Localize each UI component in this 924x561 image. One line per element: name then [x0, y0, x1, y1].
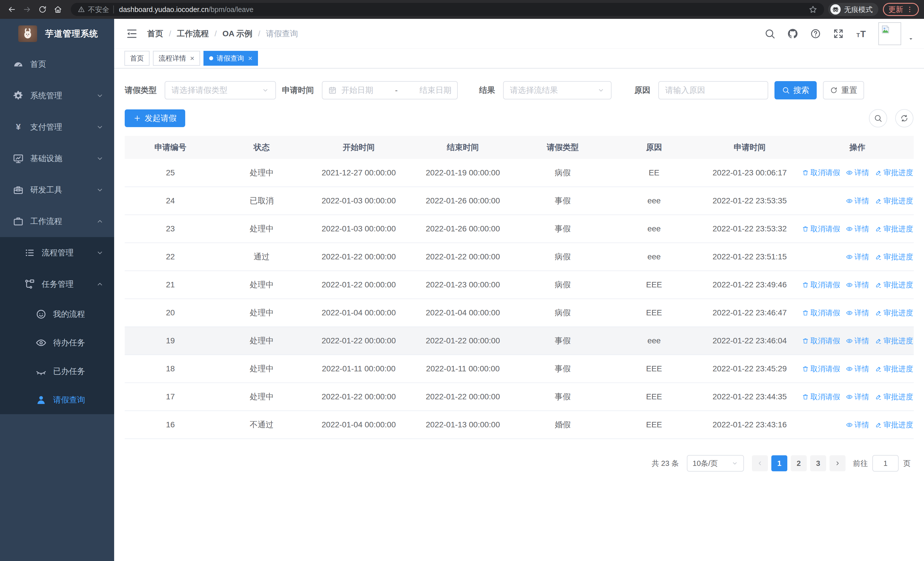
action-approval-progress[interactable]: 审批进度 — [875, 252, 913, 262]
cell-reason: EEE — [610, 299, 698, 327]
top-navbar: 首页/工作流程/OA 示例/请假查询 TT — [114, 19, 924, 48]
page-size-select[interactable]: 10条/页 — [687, 455, 744, 472]
action-approval-progress[interactable]: 审批进度 — [875, 336, 913, 346]
sidebar-item-leave-query[interactable]: 请假查询 — [0, 386, 114, 414]
reset-button[interactable]: 重置 — [823, 81, 864, 99]
tab-home[interactable]: 首页 — [124, 51, 150, 66]
sidebar-item-infrastructure[interactable]: 基础设施 — [0, 143, 114, 174]
not-secure-icon[interactable] — [78, 6, 85, 13]
action-detail[interactable]: 详情 — [846, 308, 869, 318]
sidebar-item-process-management[interactable]: 流程管理 — [0, 237, 114, 269]
cell-end-time: 2022-01-22 00:00:00 — [410, 243, 516, 271]
reload-icon[interactable] — [36, 3, 49, 16]
not-secure-label: 不安全 — [88, 5, 109, 14]
action-detail[interactable]: 详情 — [846, 336, 869, 346]
action-cancel-leave[interactable]: 取消请假 — [802, 280, 840, 290]
sidebar-item-dev-tools[interactable]: 研发工具 — [0, 174, 114, 206]
tab-process-detail[interactable]: 流程详情× — [153, 51, 200, 66]
action-approval-progress[interactable]: 审批进度 — [875, 224, 913, 234]
cell-reason: EEE — [610, 411, 698, 439]
font-size-icon[interactable]: TT — [855, 28, 867, 39]
refresh-table-button[interactable] — [895, 109, 914, 127]
forward-icon[interactable] — [21, 3, 34, 16]
collapse-sidebar-icon[interactable] — [126, 27, 138, 40]
action-cancel-leave[interactable]: 取消请假 — [802, 168, 840, 177]
app-logo-row[interactable]: 芋道管理系统 — [0, 19, 114, 48]
sidebar-item-done-tasks[interactable]: 已办任务 — [0, 357, 114, 386]
eye-icon — [846, 197, 853, 205]
action-cancel-leave[interactable]: 取消请假 — [802, 392, 840, 402]
search-icon[interactable] — [764, 28, 776, 39]
action-approval-progress[interactable]: 审批进度 — [875, 280, 913, 290]
url-host: dashboard.yudao.iocoder.cn — [119, 5, 208, 14]
action-detail[interactable]: 详情 — [846, 364, 869, 374]
search-icon — [782, 86, 790, 94]
action-detail[interactable]: 详情 — [846, 392, 869, 402]
search-button[interactable]: 搜索 — [774, 81, 817, 99]
cell-status: 处理中 — [216, 271, 308, 299]
pagination-page-3[interactable]: 3 — [810, 455, 826, 471]
action-approval-progress[interactable]: 审批进度 — [875, 420, 913, 430]
show-search-button[interactable] — [869, 109, 887, 127]
goto-page-input[interactable] — [872, 455, 898, 472]
pen-icon — [875, 197, 882, 205]
action-approval-progress[interactable]: 审批进度 — [875, 364, 913, 374]
action-detail[interactable]: 详情 — [846, 420, 869, 430]
close-icon[interactable]: × — [248, 54, 252, 62]
action-cancel-leave[interactable]: 取消请假 — [802, 364, 840, 374]
breadcrumb-item[interactable]: 工作流程 — [177, 28, 209, 39]
action-detail[interactable]: 详情 — [846, 224, 869, 234]
bookmark-star-icon[interactable] — [809, 5, 817, 14]
github-icon[interactable] — [787, 28, 798, 39]
avatar[interactable] — [878, 22, 901, 45]
eye-icon — [846, 281, 853, 289]
result-select[interactable]: 请选择流结果 — [503, 81, 612, 99]
fullscreen-icon[interactable] — [832, 28, 844, 39]
menu-dots-icon[interactable] — [906, 6, 914, 13]
breadcrumb-item[interactable]: 首页 — [147, 28, 163, 39]
action-cancel-leave[interactable]: 取消请假 — [802, 224, 840, 234]
table-row: 16不通过2022-01-04 00:00:002022-01-13 00:00… — [125, 411, 914, 439]
pagination-page-2[interactable]: 2 — [791, 455, 807, 471]
pagination-page-1[interactable]: 1 — [771, 455, 787, 471]
cell-start-time: 2022-01-04 00:00:00 — [308, 411, 410, 439]
sidebar-item-task-management[interactable]: 任务管理 — [0, 269, 114, 300]
action-detail[interactable]: 详情 — [846, 168, 869, 177]
pen-icon — [875, 169, 882, 176]
create-leave-button[interactable]: 发起请假 — [125, 110, 185, 127]
help-icon[interactable] — [810, 28, 821, 39]
action-detail[interactable]: 详情 — [846, 280, 869, 290]
breadcrumb-item[interactable]: OA 示例 — [223, 28, 252, 39]
cell-leave-type: 事假 — [516, 355, 610, 383]
chevron-down-icon — [96, 249, 104, 257]
action-approval-progress[interactable]: 审批进度 — [875, 196, 913, 206]
close-icon[interactable]: × — [190, 54, 194, 62]
action-cancel-leave[interactable]: 取消请假 — [802, 308, 840, 318]
action-approval-progress[interactable]: 审批进度 — [875, 392, 913, 402]
action-detail[interactable]: 详情 — [846, 196, 869, 206]
sidebar-item-todo-tasks[interactable]: 待办任务 — [0, 328, 114, 357]
reason-input[interactable] — [658, 81, 768, 99]
back-icon[interactable] — [5, 3, 18, 16]
apply-time-range-picker[interactable]: 开始日期 - 结束日期 — [322, 81, 458, 99]
sidebar-item-home[interactable]: 首页 — [0, 48, 114, 80]
sidebar-item-payment-management[interactable]: ¥支付管理 — [0, 111, 114, 143]
pagination-next-button[interactable] — [830, 455, 846, 471]
action-cancel-leave[interactable]: 取消请假 — [802, 336, 840, 346]
action-detail[interactable]: 详情 — [846, 252, 869, 262]
action-approval-progress[interactable]: 审批进度 — [875, 308, 913, 318]
cell-leave-type: 事假 — [516, 327, 610, 355]
plus-icon — [133, 114, 141, 122]
home-icon[interactable] — [51, 3, 64, 16]
leave-type-select[interactable]: 请选择请假类型 — [165, 81, 276, 99]
pagination-prev-button[interactable] — [752, 455, 768, 471]
sidebar-item-workflow[interactable]: 工作流程 — [0, 206, 114, 237]
avatar-caret-icon[interactable] — [908, 35, 914, 42]
tab-leave-query[interactable]: 请假查询× — [204, 51, 258, 66]
browser-update-button[interactable]: 更新 — [883, 3, 919, 16]
sidebar-item-system-management[interactable]: 系统管理 — [0, 80, 114, 111]
action-approval-progress[interactable]: 审批进度 — [875, 168, 913, 177]
divider — [113, 5, 114, 14]
sidebar-item-my-process[interactable]: 我的流程 — [0, 300, 114, 328]
address-bar[interactable]: 不安全 dashboard.yudao.iocoder.cn /bpm/oa/l… — [71, 3, 824, 16]
